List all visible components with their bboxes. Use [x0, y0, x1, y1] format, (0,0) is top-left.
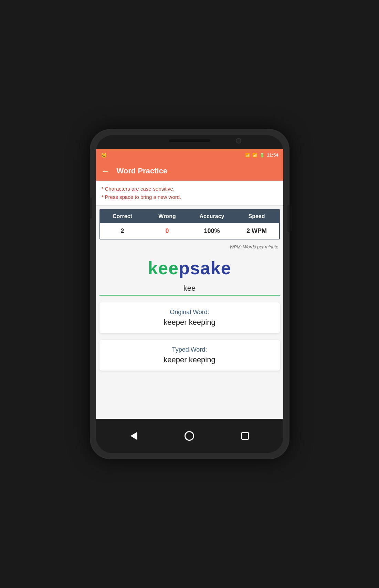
- stats-header-row: Correct Wrong Accuracy Speed: [100, 210, 279, 223]
- page-title: Word Practice: [117, 167, 168, 175]
- volume-button: [90, 198, 92, 218]
- word-display-area: keepsake: [96, 251, 283, 282]
- value-accuracy: 100%: [190, 223, 234, 239]
- back-button[interactable]: ←: [102, 166, 110, 176]
- screen: 🐱 📶 📶 🔋 11:54 ← Word Practice * Characte: [96, 149, 283, 419]
- info-section: * Characters are case-sensitive. * Press…: [96, 181, 283, 206]
- phone-screen-area: 🐱 📶 📶 🔋 11:54 ← Word Practice * Characte: [96, 135, 283, 453]
- main-content: * Characters are case-sensitive. * Press…: [96, 181, 283, 419]
- phone-speaker: [169, 139, 210, 142]
- input-section: [96, 282, 283, 299]
- current-word: keepsake: [148, 258, 231, 278]
- value-speed: 2 WPM: [234, 223, 279, 239]
- stats-body-row: 2 0 100% 2 WPM: [100, 223, 279, 239]
- signal-icon: 📶: [245, 153, 250, 158]
- info-line-2: * Press space to bring a new word.: [102, 193, 278, 201]
- bottom-navigation: [96, 419, 283, 453]
- typed-word-card: Typed Word: keeper keeping: [99, 340, 280, 371]
- header-speed: Speed: [234, 210, 279, 223]
- recent-nav-button[interactable]: [238, 429, 252, 443]
- typed-word-value: keeper keeping: [105, 355, 274, 364]
- back-triangle-icon: [130, 432, 137, 440]
- remaining-portion: psake: [179, 258, 231, 278]
- battery-icon: 🔋: [260, 153, 265, 158]
- time-display: 11:54: [267, 152, 278, 158]
- app-status-icon: 🐱: [101, 152, 107, 158]
- status-right: 📶 📶 🔋 11:54: [245, 152, 278, 158]
- info-line-1: * Characters are case-sensitive.: [102, 185, 278, 193]
- signal-icon2: 📶: [252, 153, 257, 158]
- home-nav-button[interactable]: [182, 429, 196, 443]
- word-input[interactable]: [99, 282, 280, 296]
- value-correct: 2: [100, 223, 145, 239]
- recent-square-icon: [241, 432, 249, 440]
- phone-camera: [236, 138, 241, 143]
- original-word-value: keeper keeping: [105, 318, 274, 327]
- home-circle-icon: [185, 431, 194, 441]
- wpm-note: WPM: Words per minute: [96, 243, 283, 251]
- app-toolbar: ← Word Practice: [96, 161, 283, 181]
- original-word-card: Original Word: keeper keeping: [99, 302, 280, 333]
- stats-table: Correct Wrong Accuracy Speed 2 0 100% 2 …: [99, 209, 280, 239]
- value-wrong: 0: [145, 223, 190, 239]
- typed-portion: kee: [148, 258, 179, 278]
- back-nav-button[interactable]: [127, 429, 141, 443]
- header-accuracy: Accuracy: [190, 210, 234, 223]
- status-bar: 🐱 📶 📶 🔋 11:54: [96, 149, 283, 161]
- header-wrong: Wrong: [145, 210, 190, 223]
- status-left: 🐱: [101, 152, 107, 158]
- typed-word-label: Typed Word:: [105, 346, 274, 353]
- header-correct: Correct: [100, 210, 145, 223]
- empty-space: [96, 374, 283, 419]
- original-word-label: Original Word:: [105, 309, 274, 316]
- power-button: [287, 205, 289, 232]
- phone-device: 🐱 📶 📶 🔋 11:54 ← Word Practice * Characte: [90, 129, 289, 459]
